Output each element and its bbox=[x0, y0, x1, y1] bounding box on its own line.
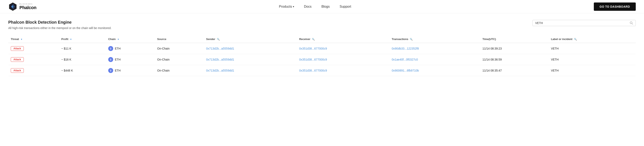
page-description: All high-risk transactions either in the… bbox=[8, 26, 112, 30]
cell-profit-2: ~ $448 K bbox=[59, 65, 106, 76]
nav-support[interactable]: Support bbox=[340, 5, 351, 9]
tx-link-1[interactable]: 0x1ae40f...0f0327c0 bbox=[392, 58, 418, 61]
cell-tx-1: 0x1ae40f...0f0327c0 bbox=[389, 54, 480, 65]
table-row: Attack ~ $16 K ⟠ ETH On-Chain 0x713d2b..… bbox=[8, 54, 636, 65]
col-label: Label or incident 🔍 bbox=[548, 35, 636, 43]
main-content: Phalcon Block Detection Engine All high-… bbox=[0, 13, 644, 83]
cell-tx-0: 0x90db33...122352f8 bbox=[389, 43, 480, 54]
profit-filter-icon[interactable]: ▼ bbox=[70, 38, 72, 40]
search-box bbox=[532, 20, 636, 26]
cell-receiver-1: 0x351d38...677000c9 bbox=[296, 54, 389, 65]
cell-threat-2: Attack bbox=[8, 65, 59, 76]
cell-time-0: 11/14 08:39:23 bbox=[480, 43, 548, 54]
label-search-icon[interactable]: 🔍 bbox=[574, 38, 577, 40]
search-area bbox=[532, 20, 636, 26]
logo[interactable]: BLOCKSEC Phalcon bbox=[8, 2, 36, 11]
table-header: Threat ▼ Profit ▼ Chain ▼ Source Sender … bbox=[8, 35, 636, 43]
navbar: BLOCKSEC Phalcon Products ▾ Docs Blogs S… bbox=[0, 0, 644, 13]
table-row: Attack ~ $11 K ⟠ ETH On-Chain 0x713d2b..… bbox=[8, 43, 636, 54]
page-title: Phalcon Block Detection Engine bbox=[8, 20, 112, 25]
go-to-dashboard-button[interactable]: GO TO DASHBOARD bbox=[594, 3, 636, 11]
col-transactions: Transactions 🔍 bbox=[389, 35, 480, 43]
tx-link-2[interactable]: 0x900891...6fb9710b bbox=[392, 69, 419, 72]
cell-chain-0: ⟠ ETH bbox=[106, 43, 155, 54]
cell-receiver-2: 0x351d38...677000c9 bbox=[296, 65, 389, 76]
transactions-table: Threat ▼ Profit ▼ Chain ▼ Source Sender … bbox=[8, 35, 636, 76]
table-body: Attack ~ $11 K ⟠ ETH On-Chain 0x713d2b..… bbox=[8, 43, 636, 76]
cell-time-1: 11/14 08:36:59 bbox=[480, 54, 548, 65]
page-header: Phalcon Block Detection Engine All high-… bbox=[8, 20, 112, 35]
search-icon bbox=[630, 21, 633, 25]
logo-product: Phalcon bbox=[20, 5, 36, 10]
cell-receiver-0: 0x351d38...677000c9 bbox=[296, 43, 389, 54]
col-sender: Sender 🔍 bbox=[204, 35, 296, 43]
table-row: Attack ~ $448 K ⟠ ETH On-Chain 0x713d2b.… bbox=[8, 65, 636, 76]
nav-docs[interactable]: Docs bbox=[304, 5, 312, 9]
cell-source-1: On-Chain bbox=[155, 54, 204, 65]
sender-link-1[interactable]: 0x713d2b...a5559dd1 bbox=[206, 58, 234, 61]
cell-tx-2: 0x900891...6fb9710b bbox=[389, 65, 480, 76]
col-chain: Chain ▼ bbox=[106, 35, 155, 43]
logo-icon bbox=[8, 2, 17, 11]
col-time: Time(UTC) bbox=[480, 35, 548, 43]
cell-label-2: VETH bbox=[548, 65, 636, 76]
sender-link-2[interactable]: 0x713d2b...a5559dd1 bbox=[206, 69, 234, 72]
cell-threat-1: Attack bbox=[8, 54, 59, 65]
receiver-link-1[interactable]: 0x351d38...677000c9 bbox=[299, 58, 327, 61]
chevron-down-icon: ▾ bbox=[293, 5, 294, 8]
nav-blogs[interactable]: Blogs bbox=[322, 5, 330, 9]
receiver-search-icon[interactable]: 🔍 bbox=[312, 38, 315, 40]
eth-icon-2: ⟠ bbox=[108, 68, 113, 73]
logo-text-group: BLOCKSEC Phalcon bbox=[20, 3, 36, 10]
cell-source-2: On-Chain bbox=[155, 65, 204, 76]
cell-chain-1: ⟠ ETH bbox=[106, 54, 155, 65]
threat-badge-0[interactable]: Attack bbox=[11, 46, 24, 51]
logo-brand: BLOCKSEC bbox=[20, 3, 36, 5]
cell-source-0: On-Chain bbox=[155, 43, 204, 54]
cell-threat-0: Attack bbox=[8, 43, 59, 54]
threat-badge-1[interactable]: Attack bbox=[11, 57, 24, 62]
eth-icon-1: ⟠ bbox=[108, 57, 113, 62]
tx-link-0[interactable]: 0x90db33...122352f8 bbox=[392, 47, 419, 50]
sender-search-icon[interactable]: 🔍 bbox=[217, 38, 220, 40]
col-receiver: Receiver 🔍 bbox=[296, 35, 389, 43]
cell-sender-1: 0x713d2b...a5559dd1 bbox=[204, 54, 296, 65]
sender-link-0[interactable]: 0x713d2b...a5559dd1 bbox=[206, 47, 234, 50]
cell-label-0: VETH bbox=[548, 43, 636, 54]
receiver-link-2[interactable]: 0x351d38...677000c9 bbox=[299, 69, 327, 72]
receiver-link-0[interactable]: 0x351d38...677000c9 bbox=[299, 47, 327, 50]
cell-time-2: 11/14 08:35:47 bbox=[480, 65, 548, 76]
col-source: Source bbox=[155, 35, 204, 43]
cell-chain-2: ⟠ ETH bbox=[106, 65, 155, 76]
cell-sender-2: 0x713d2b...a5559dd1 bbox=[204, 65, 296, 76]
cell-sender-0: 0x713d2b...a5559dd1 bbox=[204, 43, 296, 54]
nav-products[interactable]: Products ▾ bbox=[279, 5, 294, 9]
chain-filter-icon[interactable]: ▼ bbox=[117, 38, 120, 40]
threat-filter-icon[interactable]: ▼ bbox=[20, 38, 22, 40]
svg-line-3 bbox=[632, 24, 633, 25]
col-profit: Profit ▼ bbox=[59, 35, 106, 43]
nav-menu: Products ▾ Docs Blogs Support bbox=[279, 5, 351, 9]
cell-profit-1: ~ $16 K bbox=[59, 54, 106, 65]
search-input[interactable] bbox=[535, 21, 628, 25]
cell-label-1: VETH bbox=[548, 54, 636, 65]
col-threat: Threat ▼ bbox=[8, 35, 59, 43]
eth-icon-0: ⟠ bbox=[108, 46, 113, 51]
cell-profit-0: ~ $11 K bbox=[59, 43, 106, 54]
header-row: Threat ▼ Profit ▼ Chain ▼ Source Sender … bbox=[8, 35, 636, 43]
threat-badge-2[interactable]: Attack bbox=[11, 68, 24, 73]
tx-search-icon[interactable]: 🔍 bbox=[410, 38, 413, 40]
